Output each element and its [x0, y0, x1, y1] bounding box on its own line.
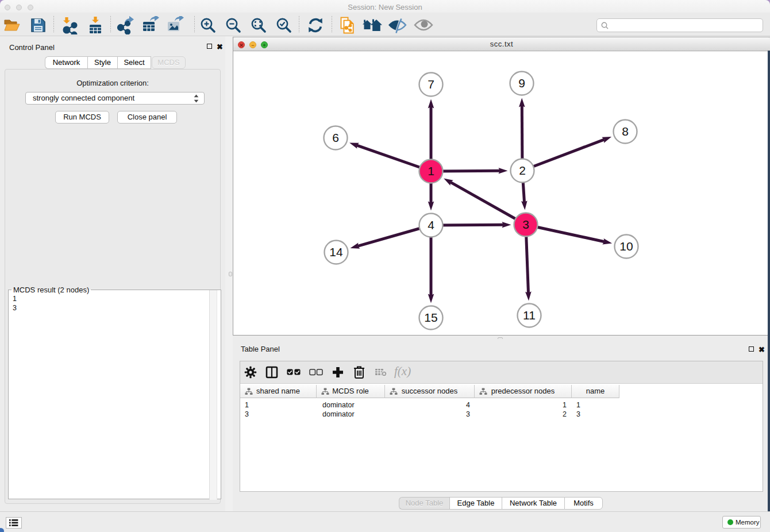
svg-text:4: 4	[428, 218, 434, 232]
svg-text:6: 6	[332, 131, 339, 144]
svg-text:9: 9	[518, 76, 525, 90]
svg-text:7: 7	[428, 78, 434, 91]
svg-text:11: 11	[523, 309, 536, 322]
svg-text:14: 14	[329, 245, 343, 259]
svg-text:1: 1	[428, 164, 434, 178]
svg-text:3: 3	[522, 218, 529, 231]
svg-text:15: 15	[424, 311, 437, 324]
svg-text:2: 2	[519, 164, 526, 177]
svg-text:8: 8	[622, 125, 629, 138]
svg-text:10: 10	[619, 240, 633, 253]
